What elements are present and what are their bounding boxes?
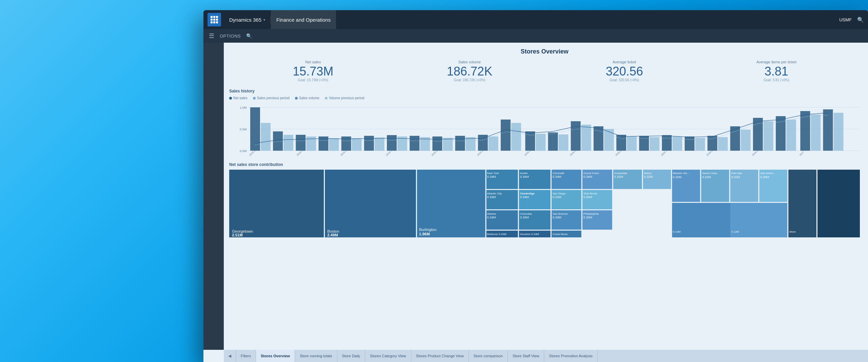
svg-rect-55 <box>811 114 821 151</box>
chart-legend: Net sales Sales previous period Sales vo… <box>229 96 860 100</box>
tab-stores-category[interactable]: Stores Category View <box>365 350 411 362</box>
svg-text:Houston 0.34M: Houston 0.34M <box>520 233 539 236</box>
svg-text:More: More <box>789 230 796 233</box>
svg-rect-29 <box>511 123 521 151</box>
legend-net-sales: Net sales <box>229 96 248 100</box>
tab-stores-overview[interactable]: Stores Overview <box>256 350 295 362</box>
kpi-sales-volume-goal: Goal: 186.72K (+0%) <box>447 78 492 82</box>
svg-text:0.32M: 0.32M <box>731 175 740 179</box>
svg-rect-44 <box>685 136 694 151</box>
tab-scroll-left[interactable]: ◀ <box>224 350 236 362</box>
kpi-avg-items-label: Average items per ticket <box>756 60 796 64</box>
svg-text:2.51M: 2.51M <box>232 233 243 237</box>
treemap-cell-georgetown[interactable] <box>229 170 324 237</box>
svg-text:0.32M: 0.32M <box>644 175 653 178</box>
treemap-cell-overflow <box>817 170 860 237</box>
tab-filters[interactable]: Filters <box>236 350 256 362</box>
main-scroll-area[interactable]: Stores Overview Net sales 15.73M Goal: 1… <box>224 43 868 350</box>
hamburger-icon[interactable]: ☰ <box>209 32 214 40</box>
tab-store-running-totals[interactable]: Store running totals <box>295 350 337 362</box>
svg-rect-32 <box>548 132 558 151</box>
svg-text:Scottsdale: Scottsdale <box>614 172 628 175</box>
global-search-icon[interactable]: 🔍 <box>857 17 864 23</box>
svg-rect-47 <box>718 137 728 151</box>
kpi-avg-ticket-goal: Goal: 320.56 (+0%) <box>606 78 643 82</box>
legend-dot-sales-prev <box>253 97 256 100</box>
svg-rect-40 <box>639 136 649 151</box>
finance-nav-item[interactable]: Finance and Operations <box>271 10 336 29</box>
kpi-net-sales: Net sales 15.73M Goal: 15.73M (+0%) <box>293 60 333 82</box>
svg-rect-38 <box>616 135 626 151</box>
finance-label: Finance and Operations <box>276 17 331 23</box>
legend-label-volume-prev: Volume previous period <box>329 96 364 100</box>
tab-stores-product[interactable]: Stores Product Change View <box>411 350 469 362</box>
svg-text:0.33M: 0.33M <box>553 216 561 219</box>
legend-label-sales-prev: Sales previous period <box>257 96 290 100</box>
treemap-cell-r5[interactable] <box>788 170 816 237</box>
svg-rect-27 <box>489 136 498 151</box>
svg-text:Cambridge: Cambridge <box>520 192 535 195</box>
svg-text:Mission Vie...: Mission Vie... <box>673 172 689 175</box>
svg-text:0.32M: 0.32M <box>584 195 592 199</box>
svg-rect-33 <box>558 134 568 151</box>
svg-text:0.34M: 0.34M <box>487 195 496 199</box>
svg-rect-15 <box>352 138 362 151</box>
chevron-down-icon: ▾ <box>263 18 265 22</box>
tab-store-daily[interactable]: Store Daily <box>337 350 366 362</box>
svg-text:0.13M: 0.13M <box>673 230 680 233</box>
legend-volume: Sales volume <box>295 96 319 100</box>
svg-text:Columbia: Columbia <box>520 213 532 216</box>
svg-rect-6 <box>250 107 260 151</box>
legend-dot-volume <box>295 97 298 100</box>
contextual-search-icon[interactable]: 🔍 <box>246 33 252 39</box>
treemap-cell-burlington[interactable] <box>417 170 486 237</box>
waffle-grid-icon <box>211 16 218 23</box>
kpi-sales-volume-value: 186.72K <box>447 65 492 78</box>
kpi-sales-volume: Sales volume 186.72K Goal: 186.72K (+0%) <box>447 60 492 82</box>
nav-right-section: USMF 🔍 <box>839 17 864 23</box>
kpi-avg-items-value: 3.81 <box>756 65 796 78</box>
svg-text:Grand Forks: Grand Forks <box>584 172 599 175</box>
svg-text:Costa Mesa: Costa Mesa <box>553 233 568 236</box>
dynamics-nav-item[interactable]: Dynamics 365 ▾ <box>224 10 271 29</box>
tab-store-comparison[interactable]: Store comparison <box>469 350 508 362</box>
svg-text:0.32M: 0.32M <box>702 175 711 179</box>
legend-sales-prev: Sales previous period <box>253 96 290 100</box>
legend-label-net-sales: Net sales <box>233 96 248 100</box>
dynamics-label: Dynamics 365 <box>229 17 261 23</box>
svg-text:Miami: Miami <box>644 172 651 175</box>
svg-text:Cincinatti: Cincinatti <box>553 172 564 175</box>
options-menu-button[interactable]: OPTIONS <box>220 34 241 39</box>
svg-rect-25 <box>466 137 476 151</box>
treemap-label-georgetown: Georgetown <box>232 229 253 233</box>
tab-store-staff[interactable]: Store Staff View <box>508 350 544 362</box>
svg-text:Stok Brook: Stok Brook <box>584 192 597 195</box>
legend-dot-net-sales <box>229 97 232 100</box>
sales-history-chart: 1.0M 0.5M 0.0M <box>229 103 860 157</box>
top-nav: Dynamics 365 ▾ Finance and Operations US… <box>203 10 868 29</box>
svg-text:Boston: Boston <box>327 229 339 233</box>
left-sidebar <box>203 43 224 350</box>
svg-text:0.12M: 0.12M <box>731 230 739 233</box>
tab-stores-promotion[interactable]: Stores Promotion Analysis <box>544 350 597 362</box>
svg-rect-41 <box>650 137 659 151</box>
legend-dot-volume-prev <box>325 97 328 100</box>
page-title: Stores Overview <box>520 48 568 55</box>
svg-rect-42 <box>662 135 672 151</box>
svg-rect-48 <box>730 126 740 151</box>
kpi-net-sales-value: 15.73M <box>293 65 333 78</box>
svg-text:0.32M: 0.32M <box>553 195 561 199</box>
browser-window: Dynamics 365 ▾ Finance and Operations US… <box>203 10 868 362</box>
svg-rect-36 <box>594 126 604 151</box>
treemap-cell-boston[interactable] <box>325 170 416 237</box>
svg-text:Burlington: Burlington <box>419 228 436 232</box>
svg-text:1.0M: 1.0M <box>240 106 247 109</box>
svg-rect-17 <box>375 137 384 151</box>
svg-rect-23 <box>443 138 453 151</box>
kpi-avg-ticket-label: Average ticket <box>606 60 643 64</box>
treemap-cell-r6[interactable] <box>672 203 732 237</box>
svg-text:0.34M: 0.34M <box>553 175 561 178</box>
svg-text:0.32M: 0.32M <box>614 175 623 178</box>
waffle-button[interactable] <box>208 13 221 26</box>
svg-text:Bellevue 0.34M: Bellevue 0.34M <box>487 233 507 236</box>
